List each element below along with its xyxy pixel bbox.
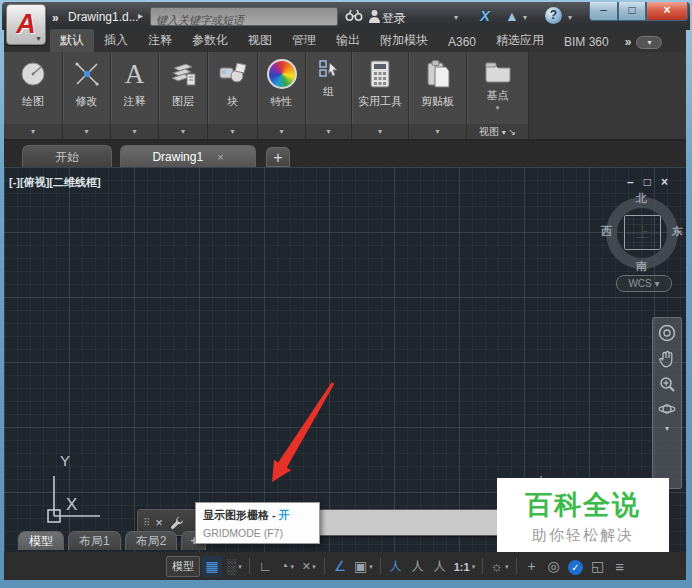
chevron-down-icon[interactable]: ▾ bbox=[238, 563, 242, 570]
ortho-toggle[interactable]: ∟ bbox=[255, 556, 275, 577]
tab-featured-apps[interactable]: 精选应用 bbox=[486, 29, 554, 52]
wrench-icon[interactable] bbox=[170, 516, 184, 530]
grid-toggle[interactable]: ▦ bbox=[202, 556, 222, 577]
drawing-minimize-button[interactable]: – bbox=[627, 175, 634, 189]
chevron-down-icon[interactable]: ▾ bbox=[505, 563, 509, 570]
view-panel-bar[interactable]: 视图 ▾ ↘ bbox=[467, 124, 528, 139]
grip-icon[interactable]: ⠿ bbox=[143, 517, 148, 528]
base-button-label[interactable]: 基点 bbox=[467, 88, 528, 103]
new-drawing-tab-button[interactable]: + bbox=[266, 147, 290, 167]
layout-tab-layout1[interactable]: 布局1 bbox=[68, 531, 121, 550]
help-button[interactable]: ? bbox=[545, 7, 562, 24]
graphics-performance-button[interactable]: ✓ bbox=[566, 556, 586, 577]
drawing-close-button[interactable]: × bbox=[661, 175, 668, 189]
clean-screen-button[interactable]: ◱ bbox=[588, 556, 608, 577]
panel-properties[interactable]: 特性 ▾ bbox=[258, 52, 306, 139]
chevron-down-icon[interactable]: ▾ bbox=[290, 563, 294, 570]
viewcube-east[interactable]: 东 bbox=[672, 224, 683, 239]
chevron-down-icon[interactable]: ▾ bbox=[467, 104, 528, 112]
model-space-button[interactable]: 模型 bbox=[166, 556, 200, 577]
chevron-down-icon[interactable]: ▾ bbox=[454, 13, 458, 22]
chevron-down-icon[interactable]: ▾ bbox=[472, 563, 476, 570]
viewcube-north[interactable]: 北 bbox=[636, 191, 647, 206]
layout-tab-model[interactable]: 模型 bbox=[18, 531, 64, 550]
isolate-objects-button[interactable]: ◎ bbox=[544, 556, 564, 577]
chevron-down-icon[interactable]: ▾ bbox=[665, 425, 669, 433]
panel-expand-arrow[interactable]: ▾ bbox=[159, 124, 207, 139]
application-menu-button[interactable]: A ▼ bbox=[6, 4, 46, 45]
customize-button[interactable]: ≡ bbox=[610, 556, 630, 577]
panel-launcher-icon[interactable]: ↘ bbox=[509, 127, 517, 137]
tab-annotate[interactable]: 注释 bbox=[138, 29, 182, 52]
file-tab-start[interactable]: 开始 bbox=[22, 145, 112, 167]
otrack-toggle[interactable]: ∠ bbox=[330, 556, 350, 577]
panel-view[interactable]: 基点 ▾ 视图 ▾ ↘ bbox=[467, 52, 529, 139]
panel-groups[interactable]: 组 ▾ bbox=[306, 52, 352, 139]
chevron-down-icon[interactable]: ▾ bbox=[568, 13, 572, 22]
panel-expand-arrow[interactable]: ▾ bbox=[258, 124, 305, 139]
tab-manage[interactable]: 管理 bbox=[282, 29, 326, 52]
panel-clipboard[interactable]: 剪贴板 ▾ bbox=[409, 52, 467, 139]
osnap-toggle[interactable]: ▣▾ bbox=[352, 556, 375, 577]
quick-access-expand-button[interactable]: » bbox=[52, 11, 58, 25]
tab-parametric[interactable]: 参数化 bbox=[182, 29, 238, 52]
viewcube-top-face[interactable]: 上 bbox=[624, 215, 661, 250]
tab-insert[interactable]: 插入 bbox=[94, 29, 138, 52]
panel-annotation[interactable]: A 注释 ▾ bbox=[111, 52, 159, 139]
panel-expand-arrow[interactable]: ▾ bbox=[63, 124, 110, 139]
viewcube-west[interactable]: 西 bbox=[601, 224, 612, 239]
panel-block[interactable]: 块 ▾ bbox=[208, 52, 258, 139]
tab-a360[interactable]: A360 bbox=[438, 32, 486, 52]
pan-hand-icon[interactable] bbox=[659, 350, 675, 368]
chevron-down-icon[interactable]: ▾ bbox=[369, 563, 373, 570]
snap-toggle[interactable]: ░▾ bbox=[224, 556, 244, 577]
exchange-apps-icon[interactable]: X bbox=[480, 7, 490, 24]
navigation-wheel-icon[interactable] bbox=[658, 324, 676, 342]
close-icon[interactable]: × bbox=[155, 515, 163, 530]
close-button[interactable]: × bbox=[646, 2, 688, 21]
a360-drive-icon[interactable]: ▲ bbox=[505, 8, 519, 24]
maximize-button[interactable]: □ bbox=[618, 2, 646, 21]
tab-default[interactable]: 默认 bbox=[50, 29, 94, 52]
tab-view[interactable]: 视图 bbox=[238, 29, 282, 52]
annotation-scale[interactable]: 1:1▾ bbox=[452, 556, 477, 577]
annotation-scale-icon[interactable]: 人 bbox=[430, 556, 450, 577]
tab-output[interactable]: 输出 bbox=[326, 29, 370, 52]
crosshair-toggle[interactable]: + bbox=[522, 556, 542, 577]
search-input[interactable]: 键入关键字或短语 bbox=[150, 7, 338, 26]
isodraft-toggle[interactable]: ×▾ bbox=[299, 556, 319, 577]
chevron-down-icon[interactable]: ▾ bbox=[312, 563, 316, 570]
orbit-icon[interactable] bbox=[658, 401, 676, 417]
annotation-visibility-toggle[interactable]: 人 bbox=[386, 556, 406, 577]
close-icon[interactable]: × bbox=[217, 151, 223, 163]
wcs-dropdown[interactable]: WCS ▾ bbox=[616, 275, 672, 292]
search-binoculars-icon[interactable] bbox=[345, 8, 363, 22]
zoom-icon[interactable] bbox=[659, 376, 676, 393]
file-tab-drawing1[interactable]: Drawing1× bbox=[120, 145, 256, 167]
tab-addins[interactable]: 附加模块 bbox=[370, 29, 438, 52]
panel-modify[interactable]: 修改 ▾ bbox=[63, 52, 111, 139]
panel-utilities[interactable]: 实用工具 ▾ bbox=[352, 52, 409, 139]
panel-expand-arrow[interactable]: ▾ bbox=[409, 124, 466, 139]
signin-button[interactable]: 登录 bbox=[382, 10, 406, 27]
viewcube-south[interactable]: 南 bbox=[636, 259, 647, 274]
panel-expand-arrow[interactable]: ▾ bbox=[4, 124, 62, 139]
panel-draw[interactable]: 绘图 ▾ bbox=[4, 52, 63, 139]
panel-expand-arrow[interactable]: ▾ bbox=[352, 124, 408, 139]
panel-expand-arrow[interactable]: ▾ bbox=[306, 124, 351, 139]
ribbon-cycle-button[interactable]: ▾ bbox=[636, 36, 662, 49]
annotation-autoscale-toggle[interactable]: 人 bbox=[408, 556, 428, 577]
chevron-down-icon[interactable]: ▾ bbox=[523, 13, 527, 22]
tab-bim360[interactable]: BIM 360 bbox=[554, 32, 619, 52]
workspace-switch[interactable]: ☼▾ bbox=[488, 556, 510, 577]
tab-overflow-button[interactable]: » bbox=[625, 35, 631, 49]
chevron-down-icon[interactable]: ▾ bbox=[502, 128, 506, 137]
drawing-canvas[interactable]: [-][俯视][二维线框] – □ × 北 西 东 南 上 WCS ▾ bbox=[4, 167, 686, 552]
viewport-controls[interactable]: [-][俯视][二维线框] bbox=[9, 175, 101, 190]
layout-tab-layout2[interactable]: 布局2 bbox=[125, 531, 178, 550]
drawing-restore-button[interactable]: □ bbox=[644, 175, 651, 189]
polar-tracking-toggle[interactable]: ◔▾ bbox=[277, 556, 297, 577]
panel-expand-arrow[interactable]: ▾ bbox=[111, 124, 158, 139]
panel-expand-arrow[interactable]: ▾ bbox=[208, 124, 257, 139]
minimize-button[interactable]: – bbox=[589, 2, 618, 21]
